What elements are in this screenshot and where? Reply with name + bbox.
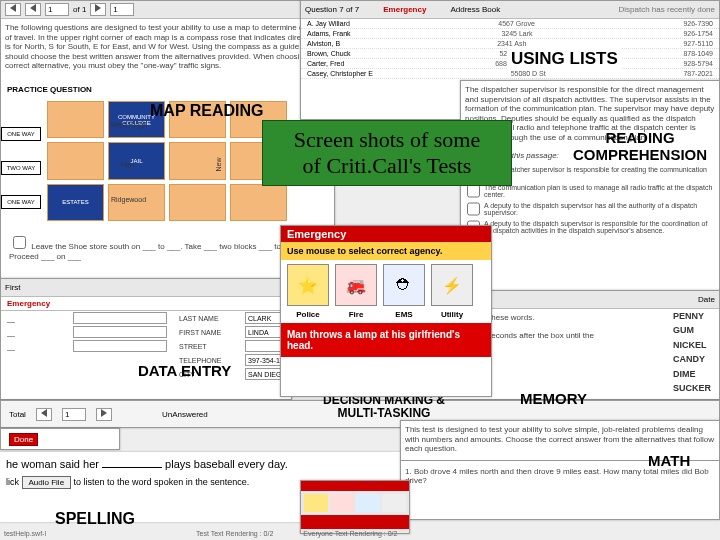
footer-total: Total [9, 410, 26, 419]
decision-emergency-title: Emergency [281, 226, 491, 242]
ems-label: EMS [383, 310, 425, 319]
spelling-sentence: he woman said her plays baseball every d… [0, 452, 400, 476]
entry-generic-label: __ [7, 343, 67, 350]
entry-generic-label: __ [7, 315, 67, 322]
memory-words: PENNYGUM NICKELCANDY DIMESUCKER [673, 309, 711, 395]
spelling-blank[interactable] [102, 467, 162, 468]
green-caption: Screen shots of some of Criti.Call's Tes… [262, 120, 512, 186]
label-reading-comp: READING COMPREHENSION [560, 130, 720, 163]
green-line1: Screen shots of some [273, 127, 501, 153]
list-row: Casey, Christopher E55080 D St787-2021 [301, 69, 719, 79]
footer-prev[interactable] [36, 408, 52, 421]
label-memory: MEMORY [520, 390, 587, 407]
entry-field[interactable] [73, 312, 167, 324]
lists-header: Question 7 of 7 Emergency Address Book D… [301, 1, 719, 19]
next-button[interactable] [90, 3, 106, 16]
entry-field[interactable] [73, 340, 167, 352]
status-file1: testHelp.swf-l [4, 530, 46, 540]
map-jail: JAIL [108, 142, 165, 179]
first-button[interactable] [5, 3, 21, 16]
footer-next[interactable] [96, 408, 112, 421]
practice-label: PRACTICE QUESTION [1, 85, 334, 94]
twoway-sign: TWO WAY [1, 161, 41, 175]
lists-notice: Dispatch has recently done [619, 5, 716, 14]
oneway-sign-1: ONE WAY [1, 127, 41, 141]
decision-instruction: Use mouse to select correct agency. [281, 242, 491, 260]
fire-label: Fire [335, 310, 377, 319]
page-of: of 1 [73, 5, 86, 14]
ems-icon[interactable]: ⛑ [383, 264, 425, 306]
label-map-reading: MAP READING [150, 102, 264, 120]
entry-emergency: Emergency [1, 297, 291, 311]
zoom-input[interactable] [110, 3, 134, 16]
reading-opt-3[interactable]: A deputy to the dispatch supervisor has … [461, 200, 719, 218]
label-math: MATH [648, 452, 690, 469]
entry-generic-label: __ [7, 329, 67, 336]
status-file2: Test Text Rendering : 0/2 [196, 530, 273, 540]
lists-emergency: Emergency [383, 5, 426, 14]
list-row: Adams, Frank3245 Lark926-1754 [301, 29, 719, 39]
lists-addrbook: Address Book [450, 5, 500, 14]
entry-field[interactable] [73, 326, 167, 338]
done-button[interactable]: Done [9, 433, 38, 446]
oneway-sign-2: ONE WAY [1, 195, 41, 209]
label-data-entry: DATA ENTRY [138, 362, 231, 379]
audio-file-button[interactable]: Audio File [22, 476, 72, 489]
footer-page[interactable] [62, 408, 86, 421]
fire-icon[interactable]: 🚒 [335, 264, 377, 306]
police-label: Police [287, 310, 329, 319]
done-bar: Done [0, 428, 120, 450]
street-ridgewood: Ridgewood [111, 196, 146, 203]
label-spelling: SPELLING [55, 510, 135, 528]
decision-scenario: Man throws a lamp at his girlfriend's he… [281, 323, 491, 357]
status-file3: Everyone Text Rendering : 0/2 [303, 530, 397, 540]
thumbnail-panel [300, 480, 410, 534]
lists-question-hdr: Question 7 of 7 [305, 5, 359, 14]
utility-icon[interactable]: ⚡ [431, 264, 473, 306]
first-name-label: FIRST NAME [179, 329, 239, 336]
opt-check[interactable] [467, 184, 480, 198]
list-row: A. Jay Willard4567 Grove926-7390 [301, 19, 719, 29]
utility-label: Utility [431, 310, 473, 319]
math-panel: This test is designed to test your abili… [400, 420, 720, 520]
street-new: New [215, 157, 222, 171]
prev-button[interactable] [25, 3, 41, 16]
page-input[interactable] [45, 3, 69, 16]
last-name-label: LAST NAME [179, 315, 239, 322]
opt-check[interactable] [467, 202, 480, 216]
label-decision: DECISION MAKING & MULTI-TASKING [304, 394, 464, 420]
memory-date: Date [698, 295, 715, 304]
decision-panel: Emergency Use mouse to select correct ag… [280, 225, 492, 397]
map-intro-text: The following questions are designed to … [1, 19, 334, 85]
green-line2: of Criti.Call's Tests [273, 153, 501, 179]
map-estates: ESTATES [47, 184, 104, 221]
data-entry-panel: First Emergency __ __ __ LAST NAME FIRST… [0, 278, 292, 400]
street-hart: Hart [121, 161, 134, 168]
status-bar: testHelp.swf-l Test Text Rendering : 0/2… [0, 530, 720, 540]
agency-icons: ⭐ 🚒 ⛑ ⚡ [281, 260, 491, 310]
map-toolbar: of 1 [1, 1, 334, 19]
street-westridge: West Ridge [111, 121, 147, 128]
reading-panel: The dispatcher supervisor is responsible… [460, 80, 720, 320]
map-q2: Leave the Shoe store south on ___ to ___… [5, 229, 325, 266]
q2-check[interactable] [13, 236, 26, 249]
street-label: STREET [179, 343, 239, 350]
entry-toolbar: First [1, 279, 291, 297]
footer-unanswered: UnAnswered [162, 410, 208, 419]
agency-labels: Police Fire EMS Utility [281, 310, 491, 323]
police-icon[interactable]: ⭐ [287, 264, 329, 306]
label-using-lists: USING LISTS [507, 48, 622, 70]
reading-opt-4[interactable]: A deputy to the dispatch supervisor is r… [461, 218, 719, 236]
